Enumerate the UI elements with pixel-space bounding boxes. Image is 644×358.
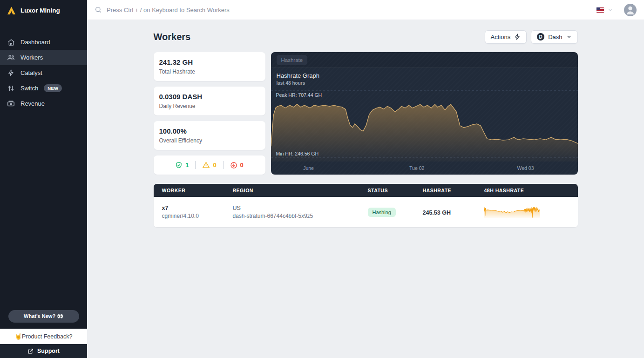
hashrate-chart-svg [271, 87, 578, 162]
home-icon [7, 38, 15, 46]
sidebar-item-catalyst[interactable]: Catalyst [0, 65, 87, 81]
sparkline-svg [484, 206, 540, 218]
dashboard-row: 241.32 GH Total Hashrate 0.0309 DASH Dai… [154, 52, 578, 175]
actions-label: Actions [491, 34, 511, 41]
chevron-down-icon[interactable] [608, 7, 613, 13]
sidebar-item-label: Revenue [20, 100, 45, 107]
chevron-down-icon [566, 34, 572, 40]
warning-count: 0 [213, 162, 216, 169]
warning-triangle-icon [202, 161, 210, 169]
main-area: Workers Actions Ð Dash 241.32 [87, 0, 644, 358]
down-workers-filter[interactable]: 0 [224, 162, 250, 169]
stratum-endpoint: dash-stratum-66744c4bbf-5x9z5 [233, 213, 359, 219]
hashrate-graph-panel: Hashrate Hashrate Graph last 48 hours Pe… [271, 52, 578, 175]
whats-new-button[interactable]: What's New? 👀 [8, 310, 79, 323]
product-feedback-button[interactable]: 🤘Product Feedback? [0, 329, 87, 344]
worker-status-summary-card: 1 0 0 [154, 155, 265, 175]
overall-efficiency-card: 100.00% Overall Efficiency [154, 121, 265, 150]
new-badge: NEW [44, 84, 62, 92]
worker-agent: cgminer/4.10.0 [162, 213, 224, 219]
user-avatar[interactable] [624, 4, 637, 16]
worker-name[interactable]: x7 [162, 205, 224, 211]
page-title: Workers [154, 32, 191, 42]
worker-cell: x7 cgminer/4.10.0 [154, 205, 224, 219]
hashrate-value: 245.53 GH [423, 209, 451, 216]
min-hr-label: Min HR: 246.56 GH [276, 151, 319, 156]
sidebar-item-label: Switch [20, 85, 38, 92]
person-icon [624, 4, 637, 16]
bolt-icon [514, 34, 521, 40]
sidebar-nav: Dashboard Workers Catalyst Switch NEW [0, 34, 87, 111]
coin-selector-button[interactable]: Ð Dash [531, 30, 577, 44]
region-name: US [233, 205, 359, 211]
overall-efficiency-label: Overall Efficiency [159, 137, 260, 144]
sidebar-bottom: What's New? 👀 🤘Product Feedback? Support [0, 310, 87, 358]
column-header-48h-hashrate: 48H HASHRATE [476, 188, 578, 193]
graph-tab-strip: Hashrate [271, 52, 578, 68]
status-cell: Hashing [359, 208, 414, 217]
sidebar-item-switch[interactable]: Switch NEW [0, 81, 87, 96]
healthy-workers-filter[interactable]: 1 [169, 162, 195, 169]
bolt-icon [7, 69, 15, 77]
stats-column: 241.32 GH Total Hashrate 0.0309 DASH Dai… [154, 52, 265, 175]
total-hashrate-value: 241.32 GH [159, 58, 260, 66]
column-header-region: REGION [224, 188, 359, 193]
actions-button[interactable]: Actions [485, 30, 527, 44]
sidebar-item-dashboard[interactable]: Dashboard [0, 34, 87, 50]
daily-revenue-label: Daily Revenue [159, 103, 260, 109]
search-input[interactable] [107, 7, 592, 14]
daily-revenue-card: 0.0309 DASH Daily Revenue [154, 87, 265, 115]
total-hashrate-label: Total Hashrate [159, 68, 260, 75]
app-root: Luxor Mining Dashboard Workers Catalyst [0, 0, 644, 358]
external-link-icon [27, 348, 34, 354]
overall-efficiency-value: 100.00% [159, 127, 260, 135]
down-count: 0 [240, 162, 244, 169]
workers-icon [7, 54, 15, 61]
tab-hashrate[interactable]: Hashrate [277, 55, 308, 65]
locale-flag-us[interactable] [597, 7, 604, 13]
region-cell: US dash-stratum-66744c4bbf-5x9z5 [224, 205, 359, 219]
header-buttons: Actions Ð Dash [485, 30, 578, 44]
total-hashrate-card: 241.32 GH Total Hashrate [154, 52, 265, 81]
brand-logo[interactable]: Luxor Mining [0, 0, 87, 21]
dash-coin-icon: Ð [537, 33, 544, 41]
coin-label: Dash [548, 34, 562, 41]
hashrate-cell: 245.53 GH [414, 208, 476, 216]
support-label: Support [37, 348, 60, 354]
x-axis: JuneTue 02Wed 03 [271, 165, 578, 171]
status-badge: Hashing [368, 208, 396, 217]
page-header: Workers Actions Ð Dash [154, 30, 578, 44]
peak-hr-label: Peak HR: 707.44 GH [276, 92, 322, 98]
healthy-count: 1 [185, 162, 189, 169]
arrow-down-circle-icon [230, 162, 237, 169]
support-button[interactable]: Support [0, 344, 87, 358]
table-header-row: WORKER REGION STATUS HASHRATE 48H HASHRA… [154, 184, 578, 197]
hashrate-chart: Peak HR: 707.44 GH Min HR: 246.56 GH [271, 87, 578, 162]
content: Workers Actions Ð Dash 241.32 [154, 20, 578, 227]
sparkline-cell [476, 206, 578, 218]
column-header-hashrate: HASHRATE [414, 188, 476, 193]
sidebar-item-revenue[interactable]: Revenue [0, 96, 87, 111]
graph-subtitle: last 48 hours [271, 79, 578, 86]
topbar [87, 0, 644, 20]
banknote-icon [7, 100, 15, 108]
graph-title: Hashrate Graph [271, 68, 578, 79]
sidebar-item-label: Dashboard [20, 39, 50, 46]
shield-check-icon [175, 162, 183, 169]
x-tick-label: Tue 02 [409, 165, 424, 171]
sidebar-item-label: Workers [20, 54, 43, 61]
column-header-status: STATUS [359, 188, 414, 193]
luxor-logo-icon [7, 6, 16, 15]
x-tick-label: June [303, 165, 314, 171]
switch-arrows-icon [7, 84, 15, 92]
workers-table: WORKER REGION STATUS HASHRATE 48H HASHRA… [154, 184, 578, 227]
x-tick-label: Wed 03 [517, 165, 534, 171]
table-row[interactable]: x7 cgminer/4.10.0 US dash-stratum-66744c… [154, 197, 578, 227]
warning-workers-filter[interactable]: 0 [196, 161, 223, 169]
sidebar-item-workers[interactable]: Workers [0, 50, 87, 65]
sidebar: Luxor Mining Dashboard Workers Catalyst [0, 0, 87, 358]
brand-name: Luxor Mining [20, 7, 60, 14]
daily-revenue-value: 0.0309 DASH [159, 93, 260, 101]
search-icon [95, 6, 102, 14]
topbar-right [597, 4, 637, 16]
